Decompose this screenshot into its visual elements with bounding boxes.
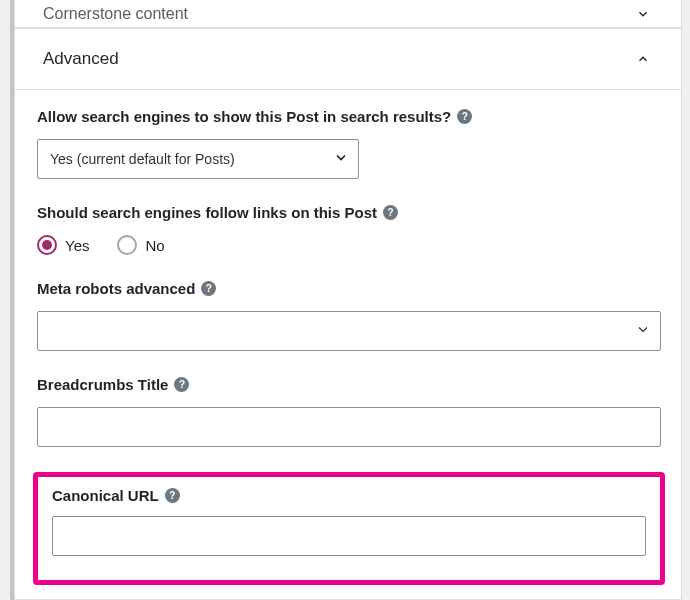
advanced-section-header[interactable]: Advanced [15, 28, 681, 90]
meta-robots-label-text: Meta robots advanced [37, 280, 195, 297]
radio-icon [117, 235, 137, 255]
chevron-down-icon [633, 4, 653, 24]
canonical-label: Canonical URL ? [52, 487, 646, 504]
follow-links-radio-group: Yes No [37, 235, 661, 255]
advanced-section-title: Advanced [43, 49, 119, 69]
allow-index-label-text: Allow search engines to show this Post i… [37, 108, 451, 125]
help-icon[interactable]: ? [174, 377, 189, 392]
chevron-up-icon [633, 49, 653, 69]
meta-robots-select[interactable] [37, 311, 661, 351]
breadcrumbs-label: Breadcrumbs Title ? [37, 376, 661, 393]
meta-robots-field: Meta robots advanced ? [37, 280, 661, 351]
cornerstone-section-title: Cornerstone content [43, 5, 188, 23]
canonical-url-input[interactable] [52, 516, 646, 556]
cornerstone-section-header[interactable]: Cornerstone content [15, 0, 681, 28]
meta-robots-select-wrap [37, 311, 661, 351]
help-icon[interactable]: ? [201, 281, 216, 296]
follow-links-yes-label: Yes [65, 237, 89, 254]
allow-index-select[interactable]: Yes (current default for Posts) [37, 139, 359, 179]
follow-links-field: Should search engines follow links on th… [37, 204, 661, 255]
breadcrumbs-label-text: Breadcrumbs Title [37, 376, 168, 393]
canonical-highlight: Canonical URL ? [33, 472, 665, 585]
breadcrumbs-field: Breadcrumbs Title ? [37, 376, 661, 447]
radio-icon [37, 235, 57, 255]
help-icon[interactable]: ? [165, 488, 180, 503]
allow-index-select-value: Yes (current default for Posts) [50, 151, 235, 167]
allow-index-field: Allow search engines to show this Post i… [37, 108, 661, 179]
advanced-section-body: Allow search engines to show this Post i… [15, 90, 681, 595]
meta-robots-label: Meta robots advanced ? [37, 280, 661, 297]
breadcrumbs-input[interactable] [37, 407, 661, 447]
help-icon[interactable]: ? [383, 205, 398, 220]
follow-links-label: Should search engines follow links on th… [37, 204, 661, 221]
follow-links-label-text: Should search engines follow links on th… [37, 204, 377, 221]
allow-index-label: Allow search engines to show this Post i… [37, 108, 661, 125]
follow-links-no-label: No [145, 237, 164, 254]
help-icon[interactable]: ? [457, 109, 472, 124]
canonical-label-text: Canonical URL [52, 487, 159, 504]
follow-links-radio-yes[interactable]: Yes [37, 235, 89, 255]
follow-links-radio-no[interactable]: No [117, 235, 164, 255]
allow-index-select-wrap: Yes (current default for Posts) [37, 139, 359, 179]
